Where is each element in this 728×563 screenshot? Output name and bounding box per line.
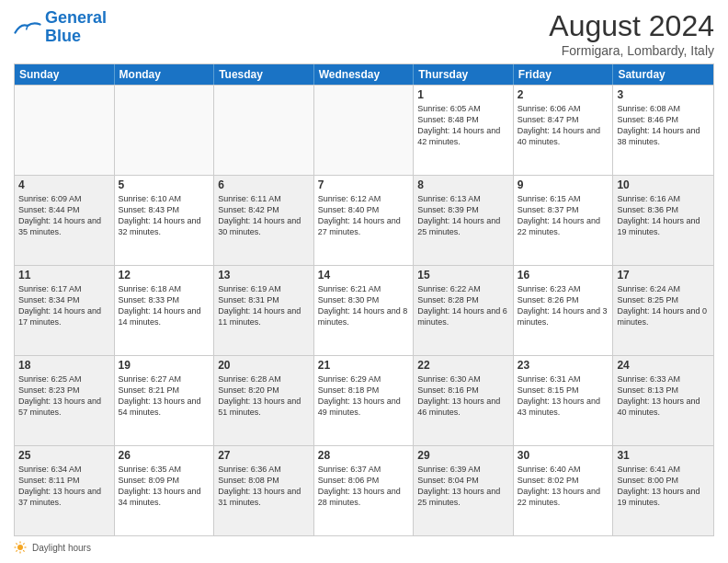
day-number: 24 <box>617 359 710 372</box>
cal-cell <box>115 86 215 175</box>
cal-cell: 3Sunrise: 6:08 AM Sunset: 8:46 PM Daylig… <box>613 86 713 175</box>
cal-cell: 29Sunrise: 6:39 AM Sunset: 8:04 PM Dayli… <box>414 446 514 535</box>
day-number: 18 <box>18 359 110 372</box>
day-number: 7 <box>318 178 410 191</box>
day-number: 15 <box>417 269 509 282</box>
svg-line-6 <box>23 550 24 551</box>
page: General Blue August 2024 Formigara, Lomb… <box>0 0 728 563</box>
day-number: 1 <box>417 88 509 101</box>
cal-cell: 24Sunrise: 6:33 AM Sunset: 8:13 PM Dayli… <box>613 356 713 445</box>
cell-info: Sunrise: 6:11 AM Sunset: 8:42 PM Dayligh… <box>218 193 310 238</box>
day-number: 17 <box>617 269 710 282</box>
cal-cell <box>314 86 415 175</box>
cell-info: Sunrise: 6:33 AM Sunset: 8:13 PM Dayligh… <box>617 373 710 419</box>
cal-cell: 10Sunrise: 6:16 AM Sunset: 8:36 PM Dayli… <box>613 176 713 265</box>
cal-cell: 27Sunrise: 6:36 AM Sunset: 8:08 PM Dayli… <box>214 446 314 535</box>
day-number: 21 <box>318 359 410 372</box>
cell-info: Sunrise: 6:13 AM Sunset: 8:39 PM Dayligh… <box>417 193 509 238</box>
cell-info: Sunrise: 6:06 AM Sunset: 8:47 PM Dayligh… <box>518 103 609 148</box>
cell-info: Sunrise: 6:16 AM Sunset: 8:36 PM Dayligh… <box>617 193 710 238</box>
cal-cell: 26Sunrise: 6:35 AM Sunset: 8:09 PM Dayli… <box>115 446 215 535</box>
day-number: 9 <box>518 178 609 191</box>
title-block: August 2024 Formigara, Lombardy, Italy <box>549 9 714 58</box>
cell-info: Sunrise: 6:09 AM Sunset: 8:44 PM Dayligh… <box>18 193 110 238</box>
logo-text-block: General Blue <box>45 9 107 46</box>
calendar-header: SundayMondayTuesdayWednesdayThursdayFrid… <box>15 64 713 85</box>
day-number: 30 <box>518 449 609 462</box>
header-day-tuesday: Tuesday <box>214 64 314 85</box>
cal-cell: 14Sunrise: 6:21 AM Sunset: 8:30 PM Dayli… <box>314 266 415 355</box>
cell-info: Sunrise: 6:34 AM Sunset: 8:11 PM Dayligh… <box>18 464 110 509</box>
cell-info: Sunrise: 6:29 AM Sunset: 8:18 PM Dayligh… <box>318 373 410 419</box>
cal-cell: 13Sunrise: 6:19 AM Sunset: 8:31 PM Dayli… <box>214 266 314 355</box>
calendar: SundayMondayTuesdayWednesdayThursdayFrid… <box>14 63 714 536</box>
cal-cell: 19Sunrise: 6:27 AM Sunset: 8:21 PM Dayli… <box>115 356 215 445</box>
cal-cell <box>214 86 314 175</box>
cell-info: Sunrise: 6:30 AM Sunset: 8:16 PM Dayligh… <box>417 373 509 419</box>
sun-icon <box>14 541 27 554</box>
cell-info: Sunrise: 6:19 AM Sunset: 8:31 PM Dayligh… <box>218 283 310 328</box>
svg-line-7 <box>23 543 24 544</box>
header-day-saturday: Saturday <box>613 64 713 85</box>
cal-cell: 21Sunrise: 6:29 AM Sunset: 8:18 PM Dayli… <box>314 356 415 445</box>
day-number: 11 <box>18 269 110 282</box>
cell-info: Sunrise: 6:28 AM Sunset: 8:20 PM Dayligh… <box>218 373 310 419</box>
cal-cell: 25Sunrise: 6:34 AM Sunset: 8:11 PM Dayli… <box>15 446 115 535</box>
header-day-monday: Monday <box>115 64 215 85</box>
header-day-thursday: Thursday <box>414 64 514 85</box>
logo-line1: General <box>45 9 107 28</box>
footer: Daylight hours <box>14 541 714 554</box>
calendar-row-5: 25Sunrise: 6:34 AM Sunset: 8:11 PM Dayli… <box>15 445 713 535</box>
day-number: 14 <box>318 269 410 282</box>
calendar-body: 1Sunrise: 6:05 AM Sunset: 8:48 PM Daylig… <box>15 85 713 535</box>
cal-cell: 2Sunrise: 6:06 AM Sunset: 8:47 PM Daylig… <box>514 86 614 175</box>
day-number: 2 <box>518 88 609 101</box>
calendar-row-3: 11Sunrise: 6:17 AM Sunset: 8:34 PM Dayli… <box>15 265 713 355</box>
cell-info: Sunrise: 6:25 AM Sunset: 8:23 PM Dayligh… <box>18 373 110 419</box>
cal-cell: 5Sunrise: 6:10 AM Sunset: 8:43 PM Daylig… <box>115 176 215 265</box>
cell-info: Sunrise: 6:18 AM Sunset: 8:33 PM Dayligh… <box>119 283 210 328</box>
cell-info: Sunrise: 6:37 AM Sunset: 8:06 PM Dayligh… <box>318 464 410 509</box>
day-number: 4 <box>18 178 110 191</box>
cal-cell: 8Sunrise: 6:13 AM Sunset: 8:39 PM Daylig… <box>414 176 514 265</box>
cell-info: Sunrise: 6:35 AM Sunset: 8:09 PM Dayligh… <box>119 464 210 509</box>
cell-info: Sunrise: 6:15 AM Sunset: 8:37 PM Dayligh… <box>518 193 609 238</box>
cell-info: Sunrise: 6:21 AM Sunset: 8:30 PM Dayligh… <box>318 283 410 328</box>
day-number: 31 <box>617 449 710 462</box>
day-number: 26 <box>119 449 210 462</box>
header-day-sunday: Sunday <box>15 64 115 85</box>
day-number: 23 <box>518 359 609 372</box>
cal-cell: 15Sunrise: 6:22 AM Sunset: 8:28 PM Dayli… <box>414 266 514 355</box>
cal-cell <box>15 86 115 175</box>
calendar-row-2: 4Sunrise: 6:09 AM Sunset: 8:44 PM Daylig… <box>15 175 713 265</box>
day-number: 5 <box>119 178 210 191</box>
cal-cell: 16Sunrise: 6:23 AM Sunset: 8:26 PM Dayli… <box>514 266 614 355</box>
header-day-wednesday: Wednesday <box>314 64 415 85</box>
calendar-row-1: 1Sunrise: 6:05 AM Sunset: 8:48 PM Daylig… <box>15 85 713 175</box>
logo: General Blue <box>14 9 107 46</box>
header-day-friday: Friday <box>514 64 614 85</box>
day-number: 25 <box>18 449 110 462</box>
day-number: 29 <box>417 449 509 462</box>
location: Formigara, Lombardy, Italy <box>549 43 714 58</box>
day-number: 28 <box>318 449 410 462</box>
day-number: 8 <box>417 178 509 191</box>
cell-info: Sunrise: 6:40 AM Sunset: 8:02 PM Dayligh… <box>518 464 609 509</box>
calendar-row-4: 18Sunrise: 6:25 AM Sunset: 8:23 PM Dayli… <box>15 355 713 445</box>
cal-cell: 12Sunrise: 6:18 AM Sunset: 8:33 PM Dayli… <box>115 266 215 355</box>
cell-info: Sunrise: 6:31 AM Sunset: 8:15 PM Dayligh… <box>518 373 609 419</box>
cal-cell: 4Sunrise: 6:09 AM Sunset: 8:44 PM Daylig… <box>15 176 115 265</box>
cell-info: Sunrise: 6:17 AM Sunset: 8:34 PM Dayligh… <box>18 283 110 328</box>
cal-cell: 17Sunrise: 6:24 AM Sunset: 8:25 PM Dayli… <box>613 266 713 355</box>
cal-cell: 9Sunrise: 6:15 AM Sunset: 8:37 PM Daylig… <box>514 176 614 265</box>
day-number: 27 <box>218 449 310 462</box>
cell-info: Sunrise: 6:08 AM Sunset: 8:46 PM Dayligh… <box>617 103 710 148</box>
day-number: 12 <box>119 269 210 282</box>
cell-info: Sunrise: 6:12 AM Sunset: 8:40 PM Dayligh… <box>318 193 410 238</box>
svg-point-0 <box>17 545 23 550</box>
day-number: 22 <box>417 359 509 372</box>
cal-cell: 20Sunrise: 6:28 AM Sunset: 8:20 PM Dayli… <box>214 356 314 445</box>
cell-info: Sunrise: 6:22 AM Sunset: 8:28 PM Dayligh… <box>417 283 509 328</box>
cal-cell: 31Sunrise: 6:41 AM Sunset: 8:00 PM Dayli… <box>613 446 713 535</box>
cell-info: Sunrise: 6:36 AM Sunset: 8:08 PM Dayligh… <box>218 464 310 509</box>
